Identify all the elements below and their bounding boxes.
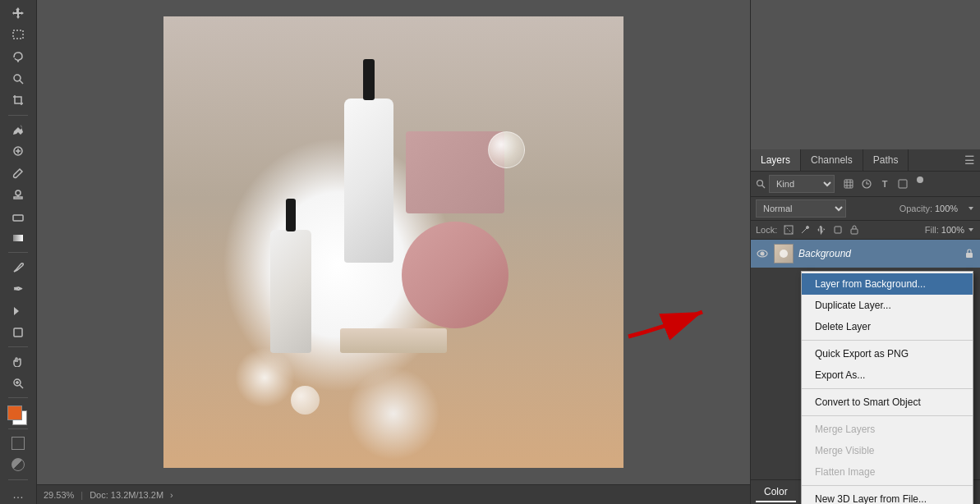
kind-row: Kind T [751, 172, 980, 197]
blend-row: Normal Opacity: 100% [751, 197, 980, 221]
filter-adjustment-icon[interactable] [859, 176, 874, 191]
ctx-duplicate-layer[interactable]: Duplicate Layer... [802, 295, 973, 316]
tool-path-select[interactable] [7, 300, 30, 321]
tool-hand[interactable] [7, 351, 30, 372]
ctx-convert-smart-object[interactable]: Convert to Smart Object [802, 392, 973, 413]
lock-row: Lock: Fill: 100% [751, 221, 980, 240]
glass-ball-decor [488, 131, 525, 168]
svg-point-1 [14, 75, 21, 81]
svg-rect-36 [966, 253, 973, 258]
svg-point-30 [807, 227, 809, 229]
ctx-layer-from-background[interactable]: Layer from Background... [802, 273, 973, 295]
tool-gradient[interactable] [7, 228, 30, 249]
opacity-label: Opacity: [899, 204, 932, 213]
tool-lasso[interactable] [7, 47, 30, 67]
fill-value[interactable]: 100% [941, 225, 964, 235]
svg-rect-9 [13, 215, 23, 221]
svg-point-6 [16, 190, 21, 195]
lock-move-icon[interactable] [815, 223, 828, 236]
canvas-area[interactable] [37, 0, 750, 484]
tool-standard-mode[interactable] [7, 433, 30, 454]
filter-shape-icon[interactable] [895, 176, 910, 191]
tool-text[interactable]: ✒ [7, 279, 30, 300]
tab-layers[interactable]: Layers [751, 149, 801, 171]
toolbar-divider-1 [8, 115, 28, 116]
ctx-divider-1 [802, 340, 973, 341]
tool-eyedropper[interactable] [7, 119, 30, 140]
tool-heal[interactable] [7, 141, 30, 162]
status-bar: 29.53% | Doc: 13.2M/13.2M › [37, 484, 750, 504]
tall-bottle-decor [344, 99, 393, 263]
status-arrow[interactable]: › [170, 490, 173, 500]
ctx-merge-visible: Merge Visible [802, 440, 973, 461]
tab-color[interactable]: Color [756, 483, 796, 502]
tool-shape[interactable] [7, 323, 30, 343]
filter-text-icon[interactable]: T [877, 176, 892, 191]
layers-tabs: Layers Channels Paths ☰ [751, 149, 980, 172]
ctx-divider-2 [802, 388, 973, 389]
tool-pen[interactable] [7, 257, 30, 277]
ctx-divider-4 [802, 485, 973, 486]
ctx-quick-export[interactable]: Quick Export as PNG [802, 343, 973, 364]
svg-rect-0 [13, 30, 23, 39]
lock-icons [782, 223, 861, 236]
tool-brush[interactable] [7, 163, 30, 183]
blend-mode-select[interactable]: Normal [756, 199, 846, 218]
opacity-row: Opacity: 100% [899, 204, 975, 213]
tool-more[interactable]: … [7, 484, 30, 505]
layer-visibility-icon[interactable] [756, 247, 769, 260]
tool-selection[interactable] [7, 25, 30, 46]
toolbar-divider-5 [8, 428, 28, 429]
canvas-image [163, 16, 623, 468]
lock-transparent-icon[interactable] [782, 223, 795, 236]
fill-arrow-icon [967, 226, 975, 234]
lock-paint-icon[interactable] [798, 223, 812, 236]
layers-menu-icon[interactable]: ☰ [964, 153, 975, 167]
svg-point-18 [757, 181, 763, 186]
doc-info: Doc: 13.2M/13.2M [90, 490, 163, 500]
ctx-new-3d-layer[interactable]: New 3D Layer from File... [802, 488, 973, 504]
fill-label: Fill: [925, 225, 939, 235]
fill-row: Fill: 100% [925, 225, 975, 235]
layer-background[interactable]: Background [751, 240, 980, 268]
ctx-export-as[interactable]: Export As... [802, 364, 973, 386]
ctx-delete-layer[interactable]: Delete Layer [802, 316, 973, 337]
panel-top-area [751, 0, 980, 149]
opacity-value[interactable]: 100% [935, 204, 964, 213]
tool-quick-select[interactable] [7, 69, 30, 89]
filter-dot-icon[interactable] [917, 176, 923, 183]
tool-move[interactable] [7, 3, 30, 24]
tab-paths[interactable]: Paths [863, 149, 909, 171]
svg-point-35 [761, 252, 764, 255]
tool-zoom[interactable] [7, 373, 30, 394]
svg-rect-32 [851, 229, 858, 234]
tool-quick-mask[interactable] [7, 455, 30, 475]
lock-all-icon[interactable] [848, 223, 861, 236]
tab-channels[interactable]: Channels [801, 149, 863, 171]
tool-stamp[interactable] [7, 185, 30, 205]
toolbar-divider-6 [8, 479, 28, 480]
svg-line-29 [784, 226, 793, 234]
search-icon [756, 179, 766, 189]
layer-lock-icon [964, 248, 975, 259]
kind-select[interactable]: Kind [769, 175, 835, 193]
kind-filter-icons: T [841, 176, 923, 191]
filter-pixel-icon[interactable] [841, 176, 856, 191]
main-area: 29.53% | Doc: 13.2M/13.2M › [37, 0, 750, 504]
toolbar-divider-4 [8, 397, 28, 398]
svg-rect-31 [835, 227, 841, 233]
pedestal-decor [340, 328, 447, 353]
toolbar-divider-3 [8, 346, 28, 347]
lock-artboard-icon[interactable] [831, 223, 844, 236]
pink-cylinder-decor [402, 222, 508, 328]
svg-rect-12 [14, 328, 22, 337]
tool-eraser[interactable] [7, 206, 30, 227]
tool-crop[interactable] [7, 90, 30, 111]
svg-rect-26 [899, 180, 907, 188]
layer-name: Background [798, 248, 959, 259]
context-menu: Layer from Background... Duplicate Layer… [801, 271, 973, 504]
foreground-color [7, 405, 22, 420]
opacity-arrow-icon [967, 204, 975, 213]
color-swatch[interactable] [7, 405, 29, 424]
right-panel: Layers Channels Paths ☰ Kind T [750, 0, 980, 504]
